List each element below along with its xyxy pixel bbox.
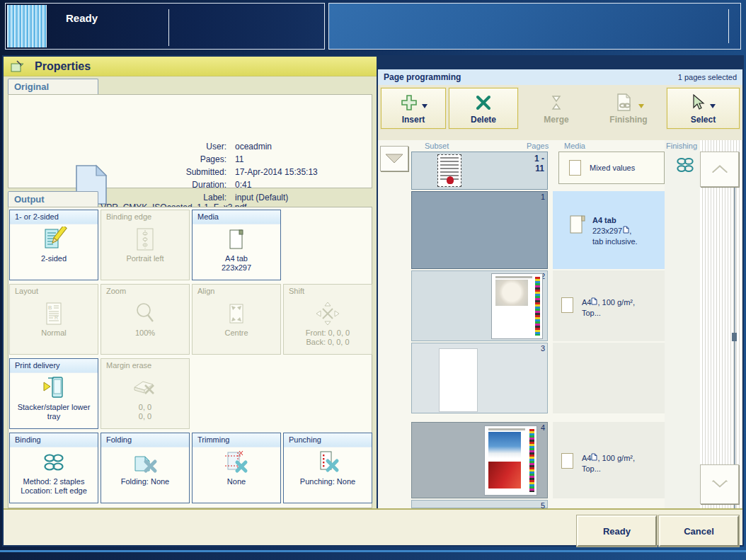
scrollbar-thumb[interactable] [732, 333, 737, 341]
thumbnail-red-flower [447, 176, 454, 184]
staples-icon [10, 447, 98, 477]
ready-button[interactable]: Ready [577, 515, 657, 547]
column-header-subset: Subset [425, 142, 449, 150]
tab-output[interactable]: Output [8, 191, 98, 207]
merge-button: Merge [522, 88, 590, 129]
tile-media[interactable]: Media A4 tab 223x297 [192, 210, 281, 280]
subset-summary-row[interactable]: 1 - 11 [411, 152, 548, 190]
delete-button[interactable]: Delete [449, 88, 518, 129]
scrollbar-rail [734, 187, 735, 508]
tile-shift: Shift Front: 0, 0, 0 Back: 0, 0, 0 [283, 284, 372, 355]
status-divider [728, 9, 729, 43]
info-label: User: [115, 140, 235, 153]
thumbnail-photo [488, 432, 521, 458]
scrollbar-track[interactable] [700, 140, 742, 508]
status-stripe-decoration [7, 5, 47, 47]
dialog-title: Properties [35, 60, 91, 73]
tile-layout: Layout BR Normal [9, 284, 98, 355]
thumbnail-colorbar [535, 277, 540, 336]
tile-value: Centre [193, 328, 280, 338]
dialog-title-bar: Properties [4, 57, 377, 76]
subset-page-range: 1 - 11 [534, 154, 544, 173]
tile-value: Front: 0, 0, 0 Back: 0, 0, 0 [284, 328, 372, 347]
dialog-footer: Ready Cancel [4, 508, 742, 545]
page-number: 3 [541, 344, 545, 353]
page-programming-toolbar: Insert Delete Merge Finishing Select [378, 85, 742, 140]
tab-original[interactable]: Original [8, 79, 98, 94]
trimming-icon [193, 447, 280, 477]
plus-icon [400, 93, 418, 114]
page-row-4-media-cell[interactable]: A4, 100 g/m², Top... [553, 422, 665, 498]
tile-zoom: Zoom 100% [101, 284, 190, 355]
tile-title: Media [193, 210, 280, 224]
original-content: User:oceadmin Pages:11 Submitted:17-Apr-… [8, 94, 372, 188]
tile-title: Margin erase [101, 359, 189, 373]
tab-sheet-icon [570, 215, 585, 247]
column-header-media: Media [564, 142, 585, 150]
page-number: 1 [541, 193, 545, 201]
subset-thumbnail [437, 154, 461, 187]
finishing-button: Finishing [593, 88, 664, 129]
thumbnail-photo [495, 309, 528, 336]
svg-text:B: B [48, 304, 52, 311]
page-row-5[interactable]: 5 [411, 500, 548, 508]
media-checkbox[interactable] [561, 297, 573, 313]
button-label: Insert [402, 115, 425, 125]
insert-button[interactable]: Insert [381, 88, 446, 129]
folding-icon [101, 447, 189, 477]
page-row-2[interactable]: 2 [411, 270, 548, 341]
tile-title: Align [193, 285, 280, 299]
page-row-1[interactable]: 1 [411, 191, 548, 269]
page-row-3-media-cell[interactable] [553, 343, 665, 413]
tile-margin-erase: Margin erase 0, 0 0, 0 [101, 358, 190, 429]
tile-print-delivery[interactable]: Print delivery Stacker/stapler lower tra… [9, 358, 98, 429]
select-button[interactable]: Select [667, 88, 740, 129]
media-checkbox[interactable] [569, 160, 581, 176]
page-pencil-icon [10, 224, 98, 254]
finishing-column-band [665, 140, 700, 508]
media-checkbox[interactable] [561, 453, 573, 469]
subset-expand-button[interactable] [380, 146, 408, 171]
page-row-2-media-cell[interactable]: A4, 100 g/m², Top... [553, 270, 665, 341]
align-icon [193, 299, 280, 328]
media-value: Mixed values [590, 164, 635, 172]
page-thumbnail [491, 273, 543, 339]
thumbnail-header-line [495, 276, 532, 278]
page-row-1-media-cell[interactable]: A4 tab 223x297, tab inclusive. [553, 191, 665, 269]
page-programming-title: Page programming [384, 72, 461, 82]
page-row-4[interactable]: 4 [411, 422, 548, 498]
x-icon [474, 93, 493, 114]
job-info: User:oceadmin Pages:11 Submitted:17-Apr-… [115, 140, 373, 204]
tile-value: 100% [101, 328, 189, 338]
column-header-pages: Pages [527, 142, 549, 150]
tile-binding[interactable]: Binding Method: 2 staples Location: Left… [9, 433, 98, 503]
page-number: 4 [541, 423, 545, 432]
tile-title: 1- or 2-sided [10, 210, 98, 224]
info-value: 11 [235, 153, 373, 166]
cursor-icon [691, 94, 706, 113]
page-thumbnail-blank [439, 348, 478, 412]
tile-title: Print delivery [10, 359, 98, 373]
tile-title: Zoom [101, 285, 189, 299]
tile-trimming[interactable]: Trimming None [192, 433, 281, 503]
scroll-up-button[interactable] [700, 152, 739, 187]
subset-media-cell[interactable]: Mixed values [558, 152, 665, 184]
dropdown-arrow-icon [638, 104, 644, 108]
media-note: tab inclusive. [592, 236, 638, 247]
tile-value: Normal [10, 328, 98, 338]
thumbnail-colorbar [529, 429, 534, 492]
tile-folding[interactable]: Folding Folding: None [101, 433, 190, 503]
tile-punching[interactable]: Punching Punching: None [283, 433, 372, 503]
tile-value: 0, 0 0, 0 [101, 403, 189, 421]
media-name: A4 tab [592, 215, 638, 226]
tile-1-or-2-sided[interactable]: 1- or 2-sided 2-sided [9, 210, 98, 280]
status-divider [168, 9, 169, 46]
tile-value: A4 tab 223x297 [193, 254, 280, 273]
page-row-3[interactable]: 3 [411, 343, 548, 413]
cancel-button[interactable]: Cancel [659, 515, 739, 547]
tile-title: Shift [284, 285, 372, 299]
tile-value: Folding: None [101, 477, 189, 486]
dropdown-arrow-icon [422, 104, 427, 108]
scroll-down-button[interactable] [700, 464, 739, 504]
tile-value: Stacker/stapler lower tray [10, 403, 98, 421]
